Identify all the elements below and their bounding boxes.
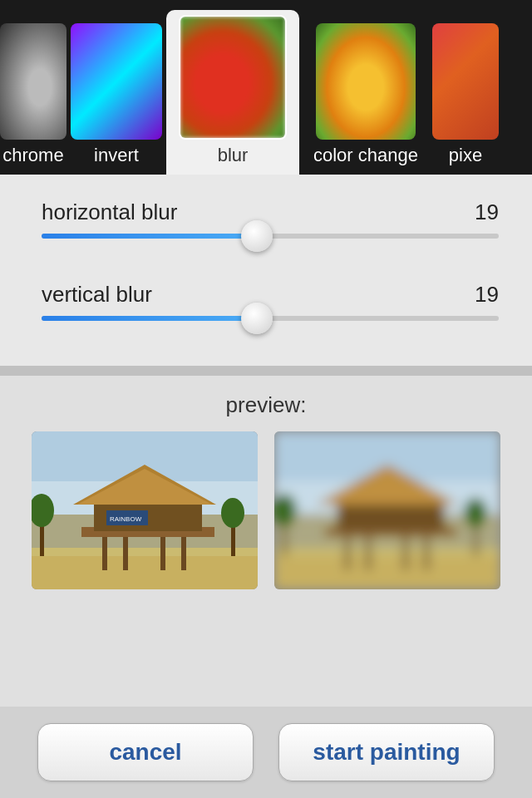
original-image-svg: RAINBOW [32, 431, 258, 589]
svg-rect-11 [181, 537, 186, 570]
horizontal-blur-value: 19 [475, 200, 499, 225]
settings-panel: horizontal blur 19 vertical blur 19 [0, 175, 532, 366]
filter-label-blur: blur [218, 145, 249, 166]
vertical-blur-track [42, 316, 499, 321]
svg-point-17 [221, 498, 244, 528]
preview-original: RAINBOW [32, 431, 258, 589]
filter-item-blur[interactable]: blur [166, 10, 299, 175]
filter-item-invert[interactable]: invert [66, 23, 166, 175]
blurred-image-svg [274, 431, 500, 589]
svg-rect-28 [403, 537, 408, 570]
vertical-blur-fill [42, 316, 257, 321]
preview-section: preview: [0, 376, 532, 707]
filter-label-pixel: pixe [449, 145, 482, 166]
svg-rect-10 [160, 537, 165, 570]
filter-item-chrome[interactable]: chrome [0, 23, 66, 175]
vertical-blur-row: vertical blur 19 [42, 282, 499, 321]
svg-rect-26 [345, 537, 350, 570]
vertical-blur-thumb[interactable] [241, 303, 273, 334]
horizontal-blur-label: horizontal blur [42, 200, 177, 225]
preview-title: preview: [226, 392, 307, 418]
svg-rect-29 [424, 537, 429, 570]
svg-rect-8 [102, 537, 107, 570]
svg-rect-27 [366, 537, 371, 570]
svg-rect-23 [337, 502, 445, 531]
filter-strip: chrome invert blur color change pixe [0, 0, 532, 175]
horizontal-blur-fill [42, 234, 257, 239]
filter-label-colorchange: color change [313, 145, 418, 166]
preview-images: RAINBOW [17, 431, 515, 589]
filter-item-colorchange[interactable]: color change [299, 23, 432, 175]
svg-rect-9 [123, 537, 128, 570]
filter-label-chrome: chrome [2, 145, 63, 166]
vertical-blur-label: vertical blur [42, 282, 152, 308]
start-painting-button[interactable]: start painting [278, 723, 495, 781]
vertical-blur-value: 19 [475, 282, 499, 308]
cancel-button[interactable]: cancel [37, 723, 254, 781]
horizontal-blur-row: horizontal blur 19 [42, 200, 499, 239]
preview-blurred [274, 431, 500, 589]
svg-text:RAINBOW: RAINBOW [110, 515, 142, 523]
horizontal-blur-thumb[interactable] [241, 220, 273, 252]
bottom-bar: cancel start painting [0, 707, 532, 798]
horizontal-blur-track [42, 234, 499, 239]
svg-point-33 [464, 498, 487, 528]
filter-item-pixel[interactable]: pixe [432, 23, 499, 175]
filter-label-invert: invert [94, 145, 139, 166]
separator [0, 366, 532, 376]
